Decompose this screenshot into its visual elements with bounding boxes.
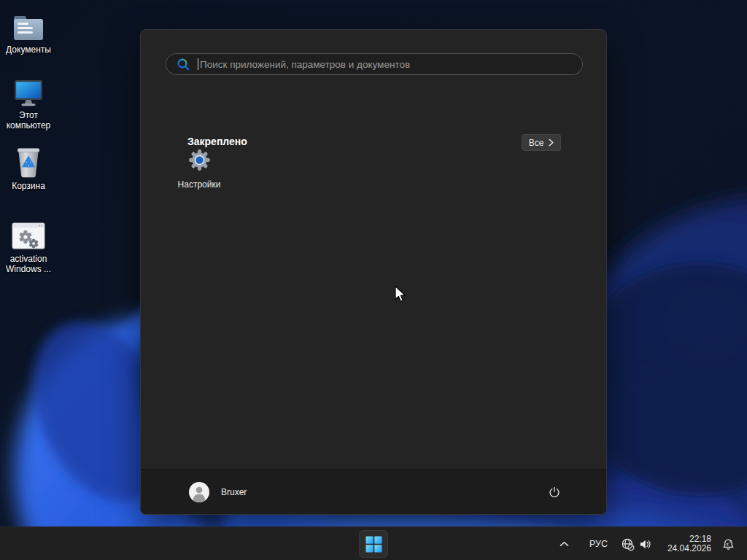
search-icon: [177, 58, 190, 71]
power-icon: [548, 486, 561, 499]
all-apps-button[interactable]: Все: [522, 134, 561, 151]
pinned-app-settings[interactable]: Настройки: [166, 135, 233, 198]
folder-icon: [12, 9, 44, 42]
desktop-icon-recycle-bin[interactable]: Корзина: [0, 145, 57, 191]
text-caret: [198, 58, 198, 70]
recycle-bin-icon: [15, 145, 42, 179]
desktop-icon-label: Документы: [6, 44, 51, 55]
chevron-right-icon: [549, 139, 554, 147]
chevron-up-icon: [560, 541, 569, 547]
power-button[interactable]: [542, 480, 567, 505]
taskbar: РУС 22:18 24.0: [0, 526, 747, 560]
system-tray: РУС 22:18 24.0: [555, 527, 737, 560]
start-menu-panel: Поиск приложений, параметров и документо…: [140, 29, 607, 515]
tray-date: 24.04.2026: [667, 544, 711, 554]
desktop-icon-label: Корзина: [12, 181, 45, 191]
desktop-icon-activation-windows[interactable]: activation Windows ...: [0, 218, 57, 274]
tray-time: 22:18: [689, 534, 711, 545]
settings-gear-icon: [188, 148, 211, 173]
language-label: РУС: [589, 539, 608, 549]
svg-text:z: z: [727, 541, 729, 546]
clock[interactable]: 22:18 24.04.2026: [665, 532, 714, 556]
search-input[interactable]: Поиск приложений, параметров и документо…: [166, 53, 583, 75]
start-button[interactable]: [359, 530, 388, 558]
desktop-icon-documents[interactable]: Документы: [0, 9, 57, 55]
user-avatar: [189, 482, 209, 502]
hidden-icons-button[interactable]: [555, 537, 573, 551]
search-placeholder: Поиск приложений, параметров и документо…: [200, 59, 410, 70]
pinned-app-label: Настройки: [178, 179, 221, 190]
desktop-icon-this-pc[interactable]: Этот компьютер: [0, 74, 57, 131]
windows-logo-icon: [365, 536, 382, 553]
desktop-icon-label: activation Windows ...: [1, 254, 56, 274]
app-window-gears-icon: [12, 218, 45, 252]
all-apps-button-label: Все: [529, 138, 544, 148]
language-indicator[interactable]: РУС: [585, 536, 612, 552]
speaker-icon: [638, 537, 652, 551]
bell-dnd-icon: z z: [721, 537, 735, 551]
user-name: Bruxer: [221, 487, 247, 497]
start-menu-footer: Bruxer: [141, 469, 606, 514]
globe-no-internet-icon: [621, 537, 635, 551]
network-volume-button[interactable]: [618, 534, 655, 554]
this-pc-icon: [14, 74, 43, 108]
user-account-button[interactable]: Bruxer: [189, 478, 254, 507]
notification-center-button[interactable]: z z: [720, 534, 737, 554]
desktop-icon-label: Этот компьютер: [1, 110, 56, 131]
